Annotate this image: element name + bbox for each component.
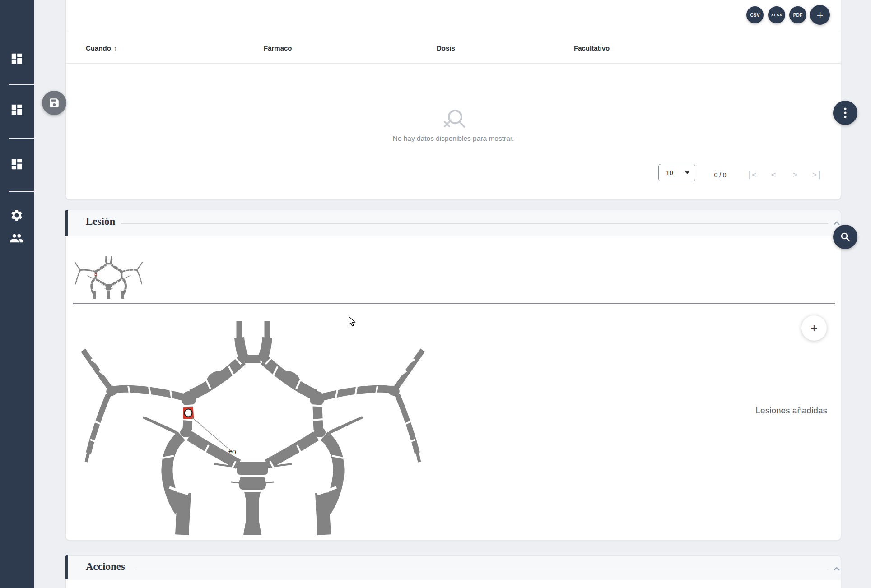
sidebar-divider: [9, 191, 34, 192]
chevron-down-icon: [685, 171, 689, 174]
sidebar-divider: [9, 84, 34, 85]
export-csv-button[interactable]: CSV: [746, 6, 764, 23]
collapse-lesion-button[interactable]: [833, 221, 840, 226]
section-accent-bar: [65, 210, 68, 236]
sidebar: [0, 0, 34, 588]
acciones-section-title: Acciones: [86, 561, 125, 573]
no-data-search-icon: [440, 107, 469, 136]
empty-table-message: No hay datos disponibles para mostrar.: [66, 134, 841, 143]
add-row-button[interactable]: +: [810, 5, 830, 25]
pagination-counter: 0 / 0: [704, 171, 736, 179]
search-button[interactable]: [833, 225, 857, 249]
next-page-button[interactable]: >: [786, 170, 804, 179]
page-size-value: 10: [666, 169, 685, 176]
section-accent-bar: [65, 555, 68, 579]
column-label: Cuando: [86, 44, 111, 52]
people-icon: [9, 231, 24, 245]
gear-icon: [10, 208, 23, 222]
previous-page-button[interactable]: <: [764, 170, 783, 179]
column-header-cuando[interactable]: Cuando↑: [86, 44, 117, 52]
search-icon: [840, 231, 851, 242]
column-header-farmaco[interactable]: Fármaco: [264, 44, 292, 52]
artery-map[interactable]: [78, 321, 434, 541]
dashboard-icon: [10, 103, 23, 116]
sidebar-item-dashboard-2[interactable]: [8, 101, 26, 119]
lesion-thumbnail[interactable]: [74, 256, 145, 300]
table-header-border: [66, 63, 841, 64]
sort-asc-icon: ↑: [114, 44, 117, 52]
last-page-button[interactable]: >|: [808, 170, 826, 179]
more-options-button[interactable]: [833, 101, 857, 125]
added-lesions-label: Lesiones añadidas: [727, 406, 827, 416]
acciones-header-band: [68, 556, 841, 580]
lesion-section-title: Lesión: [86, 216, 115, 227]
save-button[interactable]: [42, 91, 66, 115]
kebab-menu-icon: [844, 107, 847, 118]
column-header-dosis[interactable]: Dosis: [437, 44, 455, 52]
page-size-select[interactable]: 10: [658, 164, 695, 181]
sidebar-item-users[interactable]: [8, 229, 26, 247]
sidebar-item-dashboard-1[interactable]: [8, 50, 26, 68]
medication-table-card: [65, 0, 841, 200]
first-page-button[interactable]: |<: [743, 170, 761, 179]
dashboard-icon: [10, 157, 23, 171]
thumbnail-divider: [73, 303, 835, 304]
section-rule: [135, 569, 828, 569]
export-xlsx-button[interactable]: XLSX: [768, 6, 785, 23]
sidebar-item-dashboard-3[interactable]: [8, 155, 26, 173]
export-pdf-button[interactable]: PDF: [789, 6, 806, 23]
chevron-up-icon: [833, 221, 840, 226]
add-lesion-button[interactable]: +: [801, 315, 827, 341]
mouse-cursor: [347, 316, 357, 327]
dashboard-icon: [10, 52, 23, 65]
lesion-tag-label: #0: [228, 448, 236, 456]
save-icon: [48, 97, 60, 109]
column-header-facultativo[interactable]: Facultativo: [574, 44, 610, 52]
chevron-up-icon: [833, 566, 840, 572]
section-rule: [121, 223, 828, 224]
sidebar-divider: [9, 138, 34, 139]
collapse-acciones-button[interactable]: [833, 566, 840, 572]
table-top-border: [66, 31, 841, 31]
sidebar-item-settings[interactable]: [8, 206, 26, 224]
